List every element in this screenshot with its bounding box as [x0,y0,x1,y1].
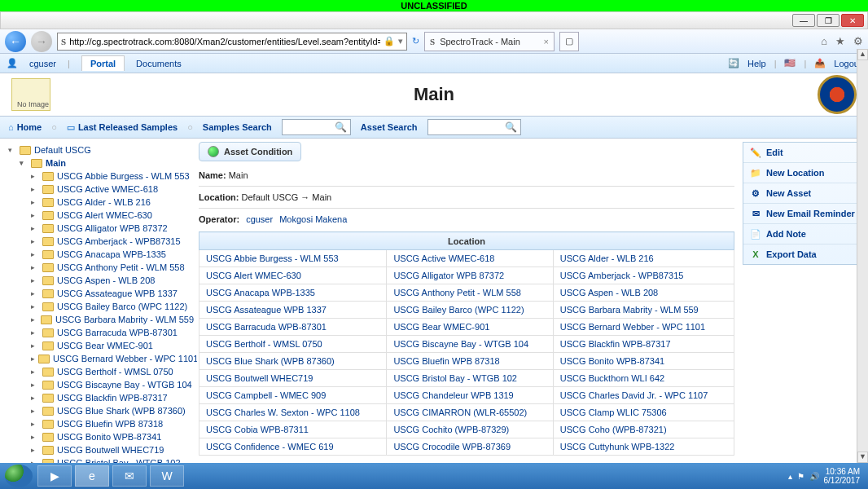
user-link[interactable]: cguser [29,59,56,68]
tray-flag-icon[interactable]: ⚑ [797,472,804,481]
settings-icon[interactable]: ⚙ [853,35,863,47]
vertical-scrollbar[interactable]: ▲ ▼ [857,49,868,463]
action-export[interactable]: XExport Data [743,244,862,264]
tree-item[interactable]: ▸USCG Aspen - WLB 208 [31,274,194,287]
location-link[interactable]: USCG Bertholf - WMSL 0750 [206,339,322,349]
location-link[interactable]: USCG Cochito (WPB-87329) [393,425,509,434]
location-link[interactable]: USCG Anacapa WPB-1335 [206,288,315,297]
search-icon[interactable]: 🔍 [335,121,347,133]
tree-item[interactable]: ▸USCG Alert WMEC-630 [31,209,194,222]
action-new-email[interactable]: ✉New Email Reminder [743,204,862,224]
location-link[interactable]: USCG Boutwell WHEC719 [206,373,313,383]
location-link[interactable]: USCG Coho (WPB-87321) [560,425,667,434]
back-button[interactable]: ← [5,31,26,52]
tree-item[interactable]: ▸USCG Biscayne Bay - WTGB 104 [31,378,194,391]
location-link[interactable]: USCG Bernard Webber - WPC 1101 [560,322,705,332]
location-link[interactable]: USCG Bailey Barco (WPC 1122) [393,305,524,315]
tree-item[interactable]: ▸USCG Assateague WPB 1337 [31,287,194,300]
location-link[interactable]: USCG Bristol Bay - WTGB 102 [393,373,517,383]
home-icon[interactable]: ⌂ [821,35,827,47]
location-link[interactable]: USCG Buckthorn WLI 642 [560,373,664,383]
location-link[interactable]: USCG Assateague WPB 1337 [206,305,327,315]
tree-root[interactable]: ▾Default USCG [8,143,194,156]
location-link[interactable]: USCG Blue Shark (WPB 87360) [206,356,335,366]
location-link[interactable]: USCG CIMARRON (WLR-65502) [393,408,527,417]
new-tab-button[interactable]: ▢ [559,32,579,51]
location-link[interactable]: USCG Biscayne Bay - WTGB 104 [393,339,528,349]
task-ie[interactable]: e [75,465,109,487]
maximize-button[interactable]: ❐ [817,14,840,27]
samples-search-input[interactable] [286,120,335,134]
tree-item[interactable]: ▸USCG Abbie Burgess - WLM 553 [31,170,194,183]
refresh-button[interactable]: ↻ [412,36,419,46]
tree-item[interactable]: ▸USCG Bear WMEC-901 [31,339,194,352]
location-link[interactable]: USCG Alligator WPB 87372 [393,271,504,280]
tree-item[interactable]: ▸USCG Bluefin WPB 87318 [31,417,194,430]
tree-item[interactable]: ▸USCG Anthony Petit - WLM 558 [31,261,194,274]
close-button[interactable]: ✕ [841,14,864,27]
task-outlook[interactable]: ✉ [112,465,147,487]
location-link[interactable]: USCG Cobia WPB-87311 [206,425,309,434]
action-new-location[interactable]: 📁New Location [743,163,862,183]
tree-main[interactable]: ▾Main [20,156,194,170]
location-link[interactable]: USCG Bluefin WPB 87318 [393,356,499,366]
location-link[interactable]: USCG Amberjack - WPB87315 [560,271,684,280]
nav-portal[interactable]: Portal [81,55,125,71]
location-link[interactable]: USCG Bonito WPB-87341 [560,356,664,366]
forward-button[interactable]: → [31,31,52,52]
samples-search-wrap[interactable]: 🔍 [282,119,351,135]
location-link[interactable]: USCG Charles David Jr. - WPC 1107 [560,390,708,400]
operator-2-link[interactable]: Mokgosi Makena [279,214,347,224]
url-input[interactable] [69,37,380,46]
tree-item[interactable]: ▸USCG Blackfin WPB-87317 [31,391,194,404]
location-link[interactable]: USCG Alder - WLB 216 [560,253,654,263]
asset-search-wrap[interactable]: 🔍 [427,119,521,135]
asset-search-input[interactable] [432,120,505,134]
tree-item[interactable]: ▸USCG Alder - WLB 216 [31,196,194,209]
action-edit[interactable]: ✏️Edit [743,143,862,163]
tree-item[interactable]: ▸USCG Bonito WPB-87341 [31,430,194,443]
refresh-icon[interactable]: 🔄 [728,58,739,68]
url-field-wrap[interactable]: S 🔒 ▾ [57,33,407,51]
location-link[interactable]: USCG Barracuda WPB-87301 [206,322,327,332]
location-link[interactable]: USCG Bear WMEC-901 [393,322,489,332]
tab-close-icon[interactable]: × [544,37,549,46]
location-link[interactable]: USCG Clamp WLIC 75306 [560,408,667,417]
browser-tab[interactable]: S SpectroTrack - Main × [424,32,555,51]
scroll-down-icon[interactable]: ▼ [857,452,868,463]
start-button[interactable] [5,465,33,487]
minimize-button[interactable]: — [792,14,815,27]
tree-item[interactable]: ▸USCG Amberjack - WPB87315 [31,235,194,248]
tree-item[interactable]: ▸USCG Alligator WPB 87372 [31,222,194,235]
tree-item[interactable]: ▸USCG Bailey Barco (WPC 1122) [31,300,194,313]
location-link[interactable]: USCG Crocodile WPB-87369 [393,442,511,452]
location-link[interactable]: USCG Active WMEC-618 [393,253,494,263]
help-link[interactable]: Help [747,59,766,68]
location-link[interactable]: USCG Aspen - WLB 208 [560,288,658,297]
flag-icon[interactable]: 🇺🇸 [784,58,796,68]
dropdown-icon[interactable]: ▾ [398,36,403,46]
action-new-asset[interactable]: ⚙New Asset [743,183,862,204]
tree-item[interactable]: ▸USCG Boutwell WHEC719 [31,443,194,456]
asset-condition-button[interactable]: Asset Condition [199,142,301,161]
tray-up-icon[interactable]: ▴ [788,472,792,481]
location-link[interactable]: USCG Barbara Mabrity - WLM 559 [560,305,699,315]
search-icon[interactable]: 🔍 [505,121,517,133]
location-link[interactable]: USCG Charles W. Sexton - WPC 1108 [206,408,360,417]
nav-documents[interactable]: Documents [136,59,182,68]
action-add-note[interactable]: 📄Add Note [743,224,862,244]
task-word[interactable]: W [150,465,184,487]
tree-item[interactable]: ▸USCG Barracuda WPB-87301 [31,326,194,339]
task-media-player[interactable]: ▶ [37,465,72,487]
location-link[interactable]: USCG Abbie Burgess - WLM 553 [206,253,339,263]
location-link[interactable]: USCG Blackfin WPB-87317 [560,339,671,349]
operator-1-link[interactable]: cguser [246,214,273,224]
tree-item[interactable]: ▸USCG Bertholf - WMSL 0750 [31,365,194,378]
location-link[interactable]: USCG Alert WMEC-630 [206,271,301,280]
scroll-up-icon[interactable]: ▲ [857,49,868,60]
tree-item[interactable]: ▸USCG Blue Shark (WPB 87360) [31,404,194,417]
location-link[interactable]: USCG Confidence - WMEC 619 [206,442,334,452]
tree-item[interactable]: ▸USCG Bernard Webber - WPC 1101 [31,352,194,365]
tree-item[interactable]: ▸USCG Barbara Mabrity - WLM 559 [31,313,194,326]
clock[interactable]: 10:36 AM 6/12/2017 [824,467,864,485]
